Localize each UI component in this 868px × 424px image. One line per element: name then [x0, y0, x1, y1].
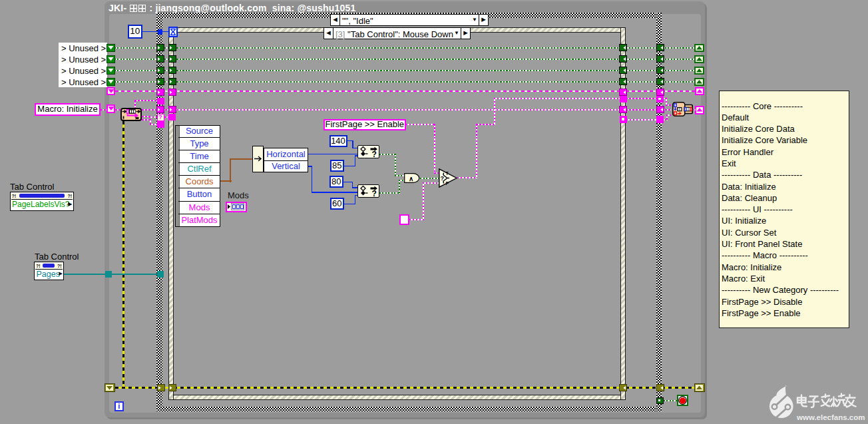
svg-text:?: ? — [371, 149, 376, 158]
svg-text:www.elecfans.com: www.elecfans.com — [796, 413, 865, 421]
svg-text:?: ? — [371, 188, 376, 197]
svg-text:∧: ∧ — [409, 174, 413, 182]
svg-text:?: ? — [440, 175, 444, 182]
svg-text:T: T — [445, 171, 449, 176]
svg-text:F: F — [445, 181, 449, 186]
